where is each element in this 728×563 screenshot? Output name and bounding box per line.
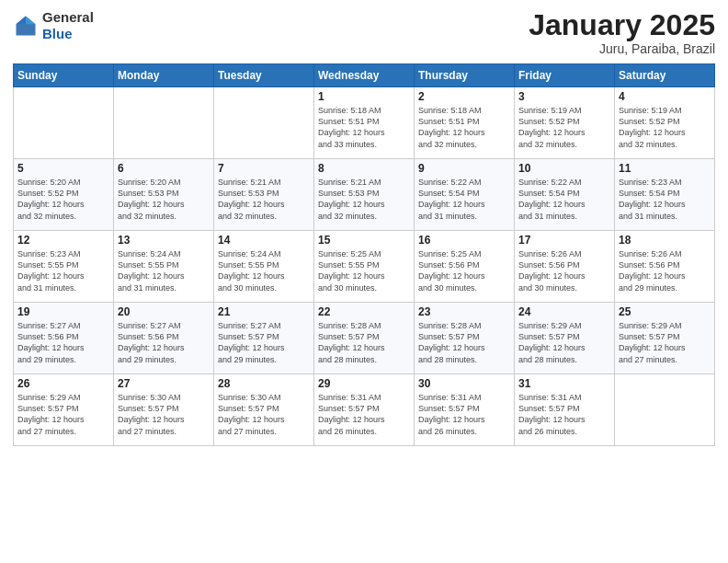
- day-number: 20: [118, 305, 210, 318]
- day-number: 28: [218, 377, 310, 390]
- day-info: Sunrise: 5:27 AM Sunset: 5:56 PM Dayligh…: [118, 320, 210, 365]
- logo-icon: [13, 13, 39, 39]
- page: General Blue January 2025 Juru, Paraiba,…: [0, 0, 728, 563]
- day-cell: 14Sunrise: 5:24 AM Sunset: 5:55 PM Dayli…: [214, 231, 314, 303]
- day-number: 22: [318, 305, 410, 318]
- day-cell: 16Sunrise: 5:25 AM Sunset: 5:56 PM Dayli…: [415, 231, 515, 303]
- location: Juru, Paraiba, Brazil: [529, 41, 715, 56]
- day-cell: 11Sunrise: 5:23 AM Sunset: 5:54 PM Dayli…: [615, 159, 715, 231]
- day-number: 5: [17, 162, 109, 175]
- day-number: 27: [118, 377, 210, 390]
- day-info: Sunrise: 5:18 AM Sunset: 5:51 PM Dayligh…: [418, 105, 510, 150]
- day-cell: 13Sunrise: 5:24 AM Sunset: 5:55 PM Dayli…: [114, 231, 214, 303]
- day-cell: 26Sunrise: 5:29 AM Sunset: 5:57 PM Dayli…: [14, 374, 114, 446]
- day-number: 23: [418, 305, 510, 318]
- day-info: Sunrise: 5:28 AM Sunset: 5:57 PM Dayligh…: [318, 320, 410, 365]
- day-number: 15: [318, 234, 410, 247]
- day-info: Sunrise: 5:31 AM Sunset: 5:57 PM Dayligh…: [518, 392, 610, 437]
- day-info: Sunrise: 5:25 AM Sunset: 5:56 PM Dayligh…: [418, 248, 510, 293]
- day-cell: 27Sunrise: 5:30 AM Sunset: 5:57 PM Dayli…: [114, 374, 214, 446]
- day-cell: 15Sunrise: 5:25 AM Sunset: 5:55 PM Dayli…: [314, 231, 415, 303]
- day-info: Sunrise: 5:29 AM Sunset: 5:57 PM Dayligh…: [518, 320, 610, 365]
- day-number: 18: [619, 234, 711, 247]
- week-row-2: 5Sunrise: 5:20 AM Sunset: 5:52 PM Daylig…: [14, 159, 715, 231]
- day-cell: 17Sunrise: 5:26 AM Sunset: 5:56 PM Dayli…: [515, 231, 615, 303]
- weekday-header-sunday: Sunday: [14, 64, 114, 87]
- week-row-5: 26Sunrise: 5:29 AM Sunset: 5:57 PM Dayli…: [14, 374, 715, 446]
- day-info: Sunrise: 5:26 AM Sunset: 5:56 PM Dayligh…: [518, 248, 610, 293]
- week-row-1: 1Sunrise: 5:18 AM Sunset: 5:51 PM Daylig…: [14, 87, 715, 159]
- day-info: Sunrise: 5:27 AM Sunset: 5:56 PM Dayligh…: [17, 320, 109, 365]
- day-number: 25: [619, 305, 711, 318]
- day-info: Sunrise: 5:22 AM Sunset: 5:54 PM Dayligh…: [418, 177, 510, 222]
- day-info: Sunrise: 5:31 AM Sunset: 5:57 PM Dayligh…: [318, 392, 410, 437]
- weekday-header-row: SundayMondayTuesdayWednesdayThursdayFrid…: [14, 64, 715, 87]
- day-cell: 4Sunrise: 5:19 AM Sunset: 5:52 PM Daylig…: [615, 87, 715, 159]
- day-info: Sunrise: 5:25 AM Sunset: 5:55 PM Dayligh…: [318, 248, 410, 293]
- title-block: January 2025 Juru, Paraiba, Brazil: [529, 9, 715, 56]
- day-info: Sunrise: 5:22 AM Sunset: 5:54 PM Dayligh…: [518, 177, 610, 222]
- day-info: Sunrise: 5:28 AM Sunset: 5:57 PM Dayligh…: [418, 320, 510, 365]
- month-title: January 2025: [529, 9, 715, 41]
- day-number: 1: [318, 90, 410, 103]
- day-number: 31: [518, 377, 610, 390]
- day-cell: 18Sunrise: 5:26 AM Sunset: 5:56 PM Dayli…: [615, 231, 715, 303]
- day-number: 26: [17, 377, 109, 390]
- day-cell: 6Sunrise: 5:20 AM Sunset: 5:53 PM Daylig…: [114, 159, 214, 231]
- day-cell: 7Sunrise: 5:21 AM Sunset: 5:53 PM Daylig…: [214, 159, 314, 231]
- day-cell: 25Sunrise: 5:29 AM Sunset: 5:57 PM Dayli…: [615, 303, 715, 374]
- day-cell: 22Sunrise: 5:28 AM Sunset: 5:57 PM Dayli…: [314, 303, 415, 374]
- weekday-header-tuesday: Tuesday: [214, 64, 314, 87]
- weekday-header-friday: Friday: [515, 64, 615, 87]
- day-cell: 8Sunrise: 5:21 AM Sunset: 5:53 PM Daylig…: [314, 159, 415, 231]
- day-info: Sunrise: 5:20 AM Sunset: 5:52 PM Dayligh…: [17, 177, 109, 222]
- day-info: Sunrise: 5:27 AM Sunset: 5:57 PM Dayligh…: [218, 320, 310, 365]
- weekday-header-monday: Monday: [114, 64, 214, 87]
- day-number: 19: [17, 305, 109, 318]
- weekday-header-thursday: Thursday: [415, 64, 515, 87]
- day-info: Sunrise: 5:23 AM Sunset: 5:55 PM Dayligh…: [17, 248, 109, 293]
- day-cell: 30Sunrise: 5:31 AM Sunset: 5:57 PM Dayli…: [415, 374, 515, 446]
- day-info: Sunrise: 5:24 AM Sunset: 5:55 PM Dayligh…: [118, 248, 210, 293]
- logo-blue-text: Blue: [42, 26, 73, 41]
- logo-text: General Blue: [42, 9, 94, 42]
- day-cell: 10Sunrise: 5:22 AM Sunset: 5:54 PM Dayli…: [515, 159, 615, 231]
- day-info: Sunrise: 5:23 AM Sunset: 5:54 PM Dayligh…: [619, 177, 711, 222]
- day-cell: 19Sunrise: 5:27 AM Sunset: 5:56 PM Dayli…: [14, 303, 114, 374]
- logo: General Blue: [13, 9, 94, 42]
- day-number: 10: [518, 162, 610, 175]
- day-info: Sunrise: 5:30 AM Sunset: 5:57 PM Dayligh…: [118, 392, 210, 437]
- day-info: Sunrise: 5:29 AM Sunset: 5:57 PM Dayligh…: [619, 320, 711, 365]
- day-info: Sunrise: 5:19 AM Sunset: 5:52 PM Dayligh…: [619, 105, 711, 150]
- day-cell: 20Sunrise: 5:27 AM Sunset: 5:56 PM Dayli…: [114, 303, 214, 374]
- day-cell: 1Sunrise: 5:18 AM Sunset: 5:51 PM Daylig…: [314, 87, 415, 159]
- day-info: Sunrise: 5:30 AM Sunset: 5:57 PM Dayligh…: [218, 392, 310, 437]
- day-number: 14: [218, 234, 310, 247]
- day-number: 8: [318, 162, 410, 175]
- day-cell: [615, 374, 715, 446]
- day-cell: 12Sunrise: 5:23 AM Sunset: 5:55 PM Dayli…: [14, 231, 114, 303]
- day-info: Sunrise: 5:24 AM Sunset: 5:55 PM Dayligh…: [218, 248, 310, 293]
- day-number: 6: [118, 162, 210, 175]
- day-cell: 28Sunrise: 5:30 AM Sunset: 5:57 PM Dayli…: [214, 374, 314, 446]
- day-cell: 29Sunrise: 5:31 AM Sunset: 5:57 PM Dayli…: [314, 374, 415, 446]
- day-cell: 2Sunrise: 5:18 AM Sunset: 5:51 PM Daylig…: [415, 87, 515, 159]
- day-cell: [14, 87, 114, 159]
- svg-marker-2: [17, 17, 27, 25]
- day-number: 16: [418, 234, 510, 247]
- day-info: Sunrise: 5:29 AM Sunset: 5:57 PM Dayligh…: [17, 392, 109, 437]
- logo-general-text: General: [42, 9, 94, 25]
- day-number: 17: [518, 234, 610, 247]
- day-info: Sunrise: 5:21 AM Sunset: 5:53 PM Dayligh…: [318, 177, 410, 222]
- day-cell: 3Sunrise: 5:19 AM Sunset: 5:52 PM Daylig…: [515, 87, 615, 159]
- day-info: Sunrise: 5:26 AM Sunset: 5:56 PM Dayligh…: [619, 248, 711, 293]
- day-cell: 23Sunrise: 5:28 AM Sunset: 5:57 PM Dayli…: [415, 303, 515, 374]
- day-number: 11: [619, 162, 711, 175]
- weekday-header-saturday: Saturday: [615, 64, 715, 87]
- calendar-table: SundayMondayTuesdayWednesdayThursdayFrid…: [13, 63, 715, 446]
- day-info: Sunrise: 5:20 AM Sunset: 5:53 PM Dayligh…: [118, 177, 210, 222]
- day-info: Sunrise: 5:19 AM Sunset: 5:52 PM Dayligh…: [518, 105, 610, 150]
- day-cell: [114, 87, 214, 159]
- day-number: 7: [218, 162, 310, 175]
- day-info: Sunrise: 5:31 AM Sunset: 5:57 PM Dayligh…: [418, 392, 510, 437]
